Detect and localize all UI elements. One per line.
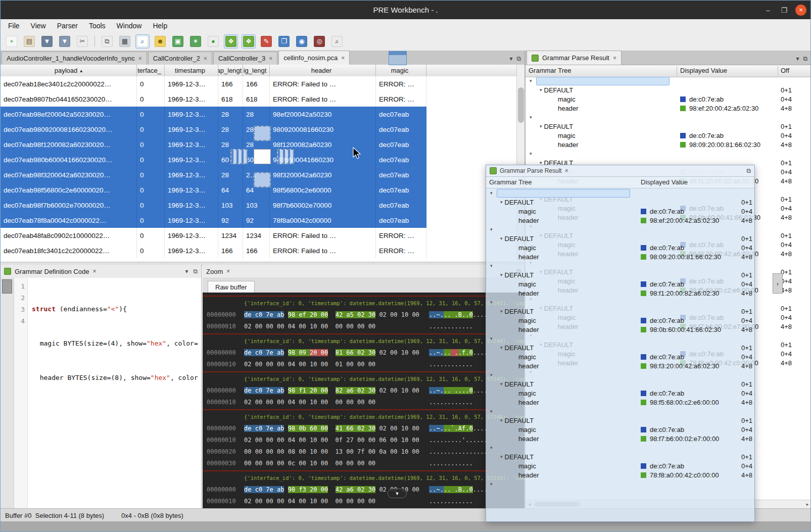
- tree-field-row[interactable]: header 78:f8:a0:00:42:c0:00:00 4+8: [486, 470, 754, 479]
- new-window-button[interactable]: ❐: [277, 34, 291, 49]
- panel-close-icon[interactable]: ×: [226, 268, 230, 275]
- chevron-down-icon[interactable]: ▾: [530, 151, 532, 156]
- drop-target-right-icon[interactable]: [277, 149, 294, 164]
- chevron-down-icon[interactable]: ▾: [500, 454, 503, 459]
- code-text[interactable]: struct (endianness="<"){ magic BYTES(siz…: [28, 278, 201, 508]
- zoom-button[interactable]: ⌕: [330, 34, 344, 49]
- menu-item[interactable]: View: [25, 21, 52, 31]
- tree-frame-row[interactable]: ▾: [486, 443, 754, 452]
- column-header[interactable]: ap_lengt: [218, 65, 243, 76]
- editor-minimap[interactable]: [1, 278, 14, 508]
- chevron-down-icon[interactable]: ▾: [490, 372, 493, 377]
- tree-field-row[interactable]: header 98:ef:20:00:42:a5:02:30 4+8: [526, 104, 811, 113]
- drop-target-top-icon[interactable]: [254, 126, 271, 141]
- cut-button[interactable]: ✂: [75, 34, 89, 49]
- tree-node-row[interactable]: ▾ DEFAULT 0+1: [526, 85, 811, 94]
- capture-button[interactable]: ◎: [312, 34, 326, 49]
- tree-node-row[interactable]: ▾ DEFAULT 0+1: [486, 307, 754, 316]
- tab-close-icon[interactable]: ×: [269, 55, 272, 62]
- chevron-down-icon[interactable]: ▾: [490, 481, 493, 487]
- tree-field-row[interactable]: header 98:f3:20:00:42:a6:02:30 4+8: [486, 361, 754, 370]
- tab-raw-buffer[interactable]: Raw buffer: [208, 281, 255, 293]
- menu-item[interactable]: File: [3, 21, 25, 31]
- table-row[interactable]: dec07eab9807bc0441650230020… 0 1969-12-3…: [1, 91, 426, 107]
- floating-window-titlebar[interactable]: Grammar Parse Result × ⧉: [486, 165, 754, 177]
- tree-frame-row[interactable]: ▾: [486, 261, 754, 270]
- chevron-down-icon[interactable]: ▾: [530, 78, 532, 83]
- tree-root-row[interactable]: ▾: [486, 188, 754, 198]
- chevron-down-icon[interactable]: ▾: [500, 200, 503, 205]
- minimize-button[interactable]: –: [763, 6, 773, 14]
- tree-field-row[interactable]: header 98:09:20:00:81:66:02:30 4+8: [486, 252, 754, 261]
- run-button[interactable]: ●: [206, 34, 220, 49]
- tab-grammar-parse-result[interactable]: Grammar Parse Result ×: [527, 51, 622, 65]
- tree-node-row[interactable]: ▾ DEFAULT 0+1: [486, 198, 754, 207]
- chevron-down-icon[interactable]: ▾: [500, 236, 503, 241]
- marker-button[interactable]: ✎: [259, 34, 273, 49]
- menu-item[interactable]: Window: [111, 21, 148, 31]
- tree-field-row[interactable]: header 98:09:20:00:81:66:02:30 4+8: [526, 140, 811, 149]
- chevron-down-icon[interactable]: ▾: [500, 345, 503, 350]
- tree-field-row[interactable]: magic de:c0:7e:ab 0+4: [486, 207, 754, 216]
- tree-field-row[interactable]: magic de:c0:7e:ab 0+4: [486, 389, 754, 398]
- document-tab[interactable]: cellinfo_nosim.pca ×: [278, 51, 350, 65]
- find-parse-button[interactable]: ⌕: [135, 34, 150, 49]
- save-button[interactable]: ▼: [40, 34, 54, 49]
- tree-node-row[interactable]: ▾ DEFAULT 0+1: [486, 452, 754, 461]
- panel-header[interactable]: Zoom × ⧉: [203, 265, 524, 278]
- panel-scroll-right-button[interactable]: ›: [773, 273, 783, 294]
- new-file-button[interactable]: +: [5, 34, 19, 49]
- drop-target-bottom-icon[interactable]: [254, 172, 271, 187]
- menu-item[interactable]: Tools: [83, 21, 111, 31]
- title-bar[interactable]: PRE Workbench - . – ❐ ×: [1, 1, 810, 19]
- tab-close-icon[interactable]: ×: [341, 55, 345, 62]
- tree-field-row[interactable]: magic de:c0:7e:ab 0+4: [526, 131, 811, 140]
- table-row[interactable]: dec07eab18fc3401c2c20000022… 0 1969-12-3…: [1, 243, 426, 258]
- panel-dropdown-icon[interactable]: ▾: [185, 268, 188, 275]
- tab-close-icon[interactable]: ×: [204, 55, 207, 62]
- selected-node-highlight[interactable]: [497, 189, 630, 198]
- tree-frame-row[interactable]: ▾: [486, 298, 754, 307]
- grammar-parse-tree[interactable]: ▾ ▾ DEFAULT 0+1 magic de:c0:7e:ab 0+4 he…: [486, 188, 754, 521]
- detach-panel-icon[interactable]: ⧉: [803, 55, 807, 62]
- close-button[interactable]: ×: [795, 5, 806, 16]
- drop-target-left-icon[interactable]: [230, 149, 248, 164]
- chevron-down-icon[interactable]: ▾: [530, 115, 532, 120]
- floating-grammar-parse-window[interactable]: Grammar Parse Result × ⧉ Grammar Tree Di…: [486, 165, 755, 522]
- tree-node-row[interactable]: ▾ DEFAULT 0+1: [486, 270, 754, 279]
- tree-field-row[interactable]: header 98:f7:b6:00:02:e7:00:00 4+8: [486, 434, 754, 443]
- column-grammar-tree[interactable]: Grammar Tree: [489, 178, 532, 186]
- tree-field-row[interactable]: magic de:c0:7e:ab 0+4: [486, 461, 754, 470]
- table-row[interactable]: dec07eab98f3200042a60230020… 0 1969-12-3…: [1, 167, 426, 182]
- chevron-down-icon[interactable]: ▾: [490, 227, 493, 232]
- column-header[interactable]: header: [270, 65, 376, 76]
- screenshot-button[interactable]: ▣: [171, 34, 185, 49]
- chevron-down-icon[interactable]: ▾: [540, 87, 542, 92]
- chevron-down-icon[interactable]: ▾: [500, 309, 503, 314]
- table-row[interactable]: dec07eab98f7b60002e70000020… 0 1969-12-3…: [1, 198, 426, 213]
- tree-field-row[interactable]: magic de:c0:7e:ab 0+4: [486, 243, 754, 252]
- chevron-down-icon[interactable]: ▾: [490, 263, 493, 268]
- column-header[interactable]: magic: [376, 65, 426, 76]
- tree-node-row[interactable]: ▾ DEFAULT 0+1: [486, 379, 754, 389]
- tab-close-icon[interactable]: ×: [613, 55, 616, 62]
- column-header[interactable]: timestamp: [165, 65, 218, 76]
- print-button[interactable]: ▦: [118, 34, 132, 49]
- chevron-down-icon[interactable]: ▾: [500, 418, 503, 423]
- chevron-down-icon[interactable]: ▾: [490, 190, 493, 196]
- maximize-button[interactable]: ❐: [779, 6, 789, 14]
- document-tab[interactable]: CallController_3 ×: [213, 52, 277, 65]
- scrollbar-thumb[interactable]: [518, 87, 524, 123]
- table-row[interactable]: dec07eab98f1200082a60230020… 0 1969-12-3…: [1, 137, 426, 152]
- tree-node-row[interactable]: ▾ DEFAULT 0+1: [486, 234, 754, 243]
- tree-field-row[interactable]: header 98:f5:68:00:c2:e6:00:00 4+8: [486, 398, 754, 407]
- panel-float-icon[interactable]: ⧉: [193, 268, 198, 275]
- selected-node-highlight[interactable]: [536, 77, 670, 85]
- table-row[interactable]: dec07eab980b600041660230020… 0 1969-12-3…: [1, 152, 426, 167]
- column-header[interactable]: terface_: [137, 65, 165, 76]
- tree-field-row[interactable]: magic de:c0:7e:ab 0+4: [486, 425, 754, 434]
- tree-frame-row[interactable]: ▾: [486, 479, 754, 489]
- table-row[interactable]: dec07eab98ef200042a50230020… 0 1969-12-3…: [1, 107, 426, 122]
- paste-button[interactable]: ▤: [22, 34, 36, 49]
- chevron-down-icon[interactable]: ▾: [490, 336, 493, 341]
